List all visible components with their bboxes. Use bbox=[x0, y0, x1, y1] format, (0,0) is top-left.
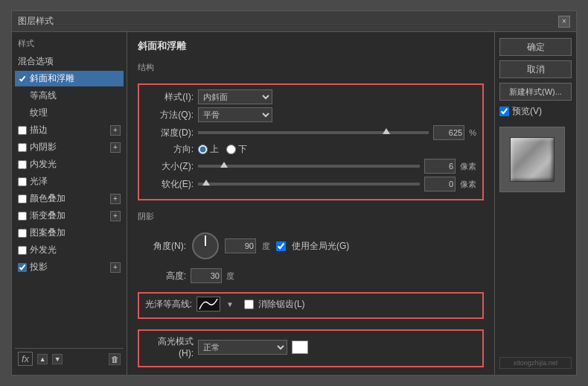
contour-label: 等高线 bbox=[30, 89, 57, 102]
sidebar-item-texture[interactable]: 纹理 bbox=[15, 105, 124, 121]
gradient-overlay-checkbox[interactable] bbox=[18, 212, 27, 221]
watermark-area: xitongzhijia.net bbox=[499, 351, 572, 369]
depth-unit: % bbox=[469, 128, 476, 137]
inner-glow-checkbox[interactable] bbox=[18, 160, 27, 169]
altitude-input[interactable] bbox=[191, 268, 222, 283]
stroke-label: 描边 bbox=[30, 124, 48, 136]
stroke-plus-button[interactable]: + bbox=[110, 125, 121, 136]
watermark-text: xitongzhijia.net bbox=[499, 357, 572, 369]
preview-toggle[interactable]: 预览(V) bbox=[499, 105, 572, 118]
sidebar-item-bevel[interactable]: 斜面和浮雕 bbox=[15, 71, 124, 86]
style-label: 样式(I): bbox=[145, 91, 194, 104]
gloss-contour-label: 光泽等高线: bbox=[144, 298, 192, 311]
inner-shadow-plus-button[interactable]: + bbox=[110, 142, 121, 153]
style-select[interactable]: 内斜面 外斜面 浮雕效果 bbox=[198, 89, 272, 104]
direction-up-label[interactable]: 上 bbox=[198, 143, 219, 156]
sidebar-item-gradient-overlay[interactable]: 渐变叠加 + bbox=[15, 208, 124, 224]
soften-slider[interactable] bbox=[198, 183, 420, 186]
highlight-box: 高光模式(H): 正常 溶解 正片叠底 bbox=[138, 329, 484, 367]
size-slider[interactable] bbox=[198, 165, 420, 168]
direction-label: 方向: bbox=[145, 143, 194, 156]
anti-alias-label: 消除锯齿(L) bbox=[258, 298, 305, 311]
blend-options-label: 混合选项 bbox=[18, 55, 54, 68]
angle-unit: 度 bbox=[262, 241, 270, 252]
depth-slider-container bbox=[198, 131, 429, 134]
method-select[interactable]: 平骨 平滑 雕刻清晰 bbox=[198, 107, 272, 122]
size-input[interactable] bbox=[424, 159, 456, 174]
sidebar-item-drop-shadow[interactable]: 投影 + bbox=[15, 259, 124, 275]
color-overlay-checkbox[interactable] bbox=[18, 194, 27, 203]
depth-thumb[interactable] bbox=[383, 128, 390, 134]
inner-glow-label: 内发光 bbox=[30, 158, 57, 171]
bevel-checkbox[interactable] bbox=[18, 75, 27, 83]
fx-badge[interactable]: fx bbox=[18, 352, 33, 366]
outer-glow-label: 外发光 bbox=[30, 244, 57, 256]
method-row: 方法(Q): 平骨 平滑 雕刻清晰 bbox=[145, 107, 476, 122]
dialog-title: 图层样式 bbox=[18, 15, 54, 28]
texture-label: 纹理 bbox=[30, 107, 48, 119]
highlight-mode-select[interactable]: 正常 溶解 正片叠底 bbox=[198, 340, 287, 355]
outer-glow-checkbox[interactable] bbox=[18, 246, 27, 255]
style-row: 样式(I): 内斜面 外斜面 浮雕效果 bbox=[145, 89, 476, 104]
blend-options-item[interactable]: 混合选项 bbox=[15, 54, 124, 69]
satin-checkbox[interactable] bbox=[18, 177, 27, 186]
depth-slider[interactable] bbox=[198, 131, 429, 134]
use-global-light-checkbox[interactable] bbox=[276, 241, 286, 251]
size-row: 大小(Z): 像素 bbox=[145, 159, 476, 174]
size-slider-container bbox=[198, 165, 420, 168]
preview-checkbox[interactable] bbox=[499, 107, 509, 116]
shadow-section-label: 阴影 bbox=[138, 211, 484, 222]
preview-label: 预览(V) bbox=[512, 105, 542, 118]
sidebar-item-satin[interactable]: 光泽 bbox=[15, 174, 124, 189]
size-thumb[interactable] bbox=[220, 162, 228, 168]
new-style-button[interactable]: 新建样式(W)... bbox=[499, 83, 572, 101]
cancel-button[interactable]: 取消 bbox=[499, 60, 572, 78]
gradient-overlay-label: 渐变叠加 bbox=[30, 209, 65, 222]
sidebar-item-inner-shadow[interactable]: 内阴影 + bbox=[15, 139, 124, 155]
satin-label: 光泽 bbox=[30, 175, 48, 188]
size-label: 大小(Z): bbox=[145, 160, 194, 173]
sidebar-item-contour[interactable]: 等高线 bbox=[15, 88, 124, 104]
direction-down-radio[interactable] bbox=[226, 145, 236, 154]
color-overlay-label: 颜色叠加 bbox=[30, 192, 65, 205]
dialog-body: 样式 混合选项 斜面和浮雕 等高线 纹理 描边 + bbox=[12, 32, 576, 375]
inner-shadow-label: 内阴影 bbox=[30, 141, 57, 154]
size-unit: 像素 bbox=[460, 161, 476, 172]
angle-line bbox=[205, 235, 206, 246]
depth-input[interactable] bbox=[433, 125, 464, 140]
sidebar-item-pattern-overlay[interactable]: 图案叠加 bbox=[15, 225, 124, 241]
drop-shadow-plus-button[interactable]: + bbox=[110, 262, 121, 273]
gloss-dropdown-arrow: ▼ bbox=[226, 300, 234, 309]
ok-button[interactable]: 确定 bbox=[499, 38, 572, 56]
move-down-button[interactable]: ▼ bbox=[52, 354, 63, 364]
layer-style-dialog: 图层样式 × 样式 混合选项 斜面和浮雕 等高线 纹理 bbox=[11, 10, 577, 376]
angle-input[interactable] bbox=[225, 238, 256, 253]
direction-down-label[interactable]: 下 bbox=[226, 143, 247, 156]
gloss-contour-row: 光泽等高线: ▼ 消除锯齿(L) bbox=[144, 297, 478, 311]
move-up-button[interactable]: ▲ bbox=[37, 354, 48, 364]
inner-shadow-checkbox[interactable] bbox=[18, 143, 27, 152]
soften-thumb[interactable] bbox=[202, 180, 210, 186]
structure-label: 结构 bbox=[138, 62, 484, 73]
gloss-curve-button[interactable] bbox=[196, 297, 220, 311]
gradient-overlay-plus-button[interactable]: + bbox=[110, 211, 121, 221]
angle-dial[interactable] bbox=[192, 232, 219, 259]
color-overlay-plus-button[interactable]: + bbox=[110, 194, 121, 204]
delete-style-button[interactable]: 🗑 bbox=[109, 353, 121, 365]
direction-radio-group: 上 下 bbox=[198, 143, 247, 156]
sidebar-item-inner-glow[interactable]: 内发光 bbox=[15, 156, 124, 172]
drop-shadow-checkbox[interactable] bbox=[18, 263, 27, 272]
sidebar-item-stroke[interactable]: 描边 + bbox=[15, 122, 124, 138]
highlight-color-swatch[interactable] bbox=[292, 341, 308, 354]
soften-label: 软化(E): bbox=[145, 178, 194, 191]
direction-row: 方向: 上 下 bbox=[145, 143, 476, 156]
soften-input[interactable] bbox=[424, 177, 456, 192]
stroke-checkbox[interactable] bbox=[18, 126, 27, 135]
sidebar-item-outer-glow[interactable]: 外发光 bbox=[15, 242, 124, 258]
pattern-overlay-checkbox[interactable] bbox=[18, 229, 27, 238]
close-button[interactable]: × bbox=[558, 16, 570, 28]
angle-row: 角度(N): 度 使用全局光(G) bbox=[138, 232, 484, 259]
anti-alias-checkbox[interactable] bbox=[244, 300, 254, 309]
direction-up-radio[interactable] bbox=[198, 145, 208, 154]
sidebar-item-color-overlay[interactable]: 颜色叠加 + bbox=[15, 191, 124, 206]
